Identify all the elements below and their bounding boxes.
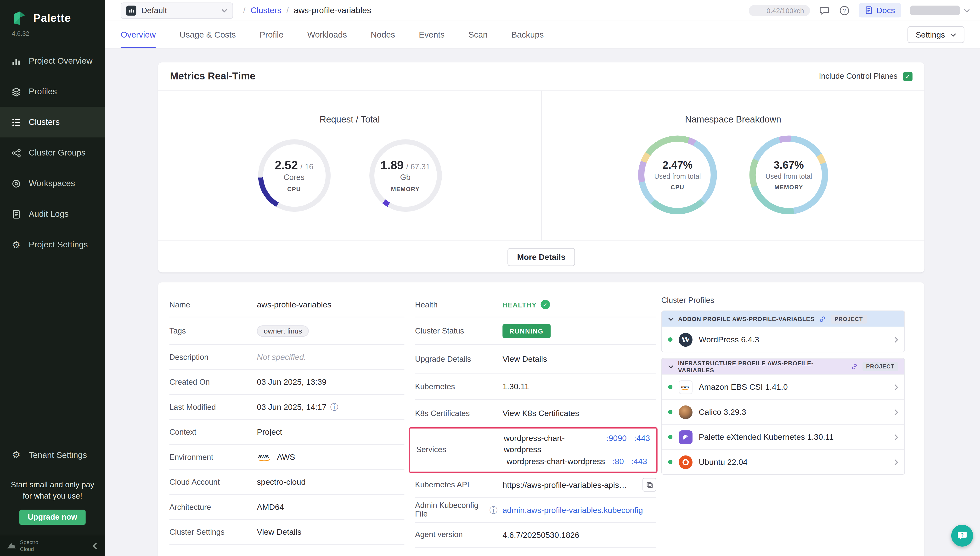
- settings-dropdown-button[interactable]: Settings: [907, 26, 964, 43]
- cluster-settings-view-details-link[interactable]: View Details: [257, 527, 404, 537]
- request-total-title: Request / Total: [319, 114, 380, 124]
- service-port-link[interactable]: :443: [634, 433, 650, 454]
- sidebar-item-label: Tenant Settings: [29, 450, 87, 460]
- tab-profile[interactable]: Profile: [259, 21, 283, 48]
- usage-quota-pill: 0.42/100kch: [749, 5, 810, 16]
- service-row: wordpress-chart-wordpress :80 :443: [507, 456, 647, 467]
- support-chat-fab[interactable]: ?: [951, 525, 973, 546]
- detail-row-created-on: Created On 03 Jun 2025, 13:39: [170, 370, 405, 395]
- sidebar-item-audit-logs[interactable]: Audit Logs: [0, 199, 105, 229]
- gear-icon: ⚙: [11, 450, 21, 460]
- tab-scan[interactable]: Scan: [468, 21, 488, 48]
- upgrade-now-button[interactable]: Upgrade now: [19, 510, 86, 525]
- service-port-link[interactable]: :443: [631, 456, 647, 467]
- sidebar-item-workspaces[interactable]: Workspaces: [0, 168, 105, 199]
- gear-icon: ⚙: [11, 239, 21, 249]
- chat-icon[interactable]: [819, 5, 830, 16]
- infrastructure-profile-group: INFRASTRUCTURE PROFILE AWS-PROFILE-VARIA…: [661, 358, 905, 475]
- sidebar-item-cluster-groups[interactable]: Cluster Groups: [0, 137, 105, 168]
- status-dot: [668, 337, 672, 342]
- sidebar-item-project-overview[interactable]: Project Overview: [0, 46, 105, 76]
- palette-logo-icon: [11, 10, 28, 26]
- details-left-column: Name aws-profile-variables Tags owner: l…: [170, 293, 405, 556]
- detail-row-context: Context Project: [170, 420, 405, 445]
- project-selector[interactable]: Default: [121, 2, 233, 18]
- status-dot: [668, 435, 672, 439]
- tab-events[interactable]: Events: [419, 21, 445, 48]
- status-dot: [668, 460, 672, 464]
- tab-workloads[interactable]: Workloads: [307, 21, 347, 48]
- breadcrumb-clusters-link[interactable]: Clusters: [250, 5, 281, 15]
- bar-chart-icon: [11, 56, 21, 66]
- tab-overview[interactable]: Overview: [121, 21, 156, 48]
- info-icon[interactable]: ⓘ: [330, 403, 338, 411]
- docs-icon: [865, 6, 873, 15]
- profile-layer-amazon-ebs-csi[interactable]: aws Amazon EBS CSI 1.41.0: [662, 374, 904, 399]
- user-menu[interactable]: [910, 5, 970, 15]
- cluster-profiles-title: Cluster Profiles: [661, 296, 905, 305]
- kubeconfig-download-link[interactable]: admin.aws-profile-variables.kubeconfig: [502, 505, 643, 514]
- profile-layer-palette-extended-kubernetes[interactable]: Palette eXtended Kubernetes 1.30.11: [662, 424, 904, 449]
- chevron-down-icon: [950, 33, 956, 37]
- sidebar-item-clusters[interactable]: Clusters: [0, 107, 105, 137]
- include-control-planes-checkbox[interactable]: ✓: [903, 71, 912, 81]
- sidebar: Palette 4.6.32 Project Overview Profiles…: [0, 0, 105, 556]
- namespace-breakdown-title: Namespace Breakdown: [685, 114, 781, 124]
- metrics-realtime-card: Metrics Real-Time Include Control Planes…: [158, 63, 925, 272]
- chevron-down-icon: [668, 365, 674, 369]
- namespace-breakdown-panel: Namespace Breakdown 2.47% Used from tota…: [541, 91, 925, 241]
- tab-backups[interactable]: Backups: [511, 21, 544, 48]
- profile-layer-wordpress[interactable]: W WordPress 6.4.3: [662, 327, 904, 352]
- sidebar-item-profiles[interactable]: Profiles: [0, 76, 105, 107]
- sidebar-item-label: Cluster Groups: [29, 148, 86, 157]
- chevron-down-icon: [221, 8, 227, 12]
- breadcrumb: / Clusters / aws-profile-variables: [243, 5, 371, 15]
- tab-nodes[interactable]: Nodes: [371, 21, 395, 48]
- profile-layer-ubuntu[interactable]: Ubuntu 22.04: [662, 449, 904, 474]
- memory-request-gauge: 1.89 / 67.31 Gb MEMORY: [369, 139, 442, 212]
- help-icon[interactable]: ?: [839, 5, 850, 16]
- addon-profile-header[interactable]: ADDON PROFILE AWS-PROFILE-VARIABLES PROJ…: [662, 311, 904, 326]
- link-icon[interactable]: [819, 315, 826, 323]
- sidebar-item-label: Audit Logs: [29, 209, 69, 219]
- tab-usage-costs[interactable]: Usage & Costs: [180, 21, 236, 48]
- palette-logo: Palette: [0, 0, 105, 29]
- detail-row-kubernetes-api: Kubernetes API https://aws-profile-varia…: [415, 472, 656, 498]
- app-version: 4.6.32: [0, 29, 105, 45]
- calico-logo: [679, 405, 693, 419]
- clusters-list-icon: [11, 117, 21, 127]
- health-status-text: HEALTHY: [502, 301, 537, 308]
- profile-layer-calico[interactable]: Calico 3.29.3: [662, 399, 904, 424]
- infrastructure-profile-header[interactable]: INFRASTRUCTURE PROFILE AWS-PROFILE-VARIA…: [662, 359, 904, 374]
- collapse-sidebar-icon[interactable]: [92, 542, 97, 549]
- sidebar-item-tenant-settings[interactable]: ⚙ Tenant Settings: [0, 440, 105, 470]
- more-details-button[interactable]: More Details: [508, 247, 575, 266]
- detail-row-upgrade-details: Upgrade Details View Details: [415, 345, 656, 373]
- detail-row-name: Name aws-profile-variables: [170, 293, 405, 317]
- sidebar-item-project-settings[interactable]: ⚙ Project Settings: [0, 229, 105, 260]
- detail-row-services-annotated: Services wordpress-chart-wordpress :9090…: [409, 427, 658, 472]
- docs-button[interactable]: Docs: [859, 3, 901, 18]
- target-icon: [11, 178, 21, 188]
- upgrade-view-details-link[interactable]: View Details: [502, 354, 656, 364]
- detail-row-architecture: Architecture AMD64: [170, 495, 405, 520]
- cluster-details-card: Name aws-profile-variables Tags owner: l…: [158, 282, 925, 556]
- chevron-right-icon: [894, 336, 898, 343]
- copy-icon[interactable]: [643, 478, 656, 491]
- service-row: wordpress-chart-wordpress :9090 :443: [504, 433, 650, 454]
- svg-text:?: ?: [843, 7, 846, 13]
- detail-row-tags: Tags owner: linus: [170, 317, 405, 345]
- service-port-link[interactable]: :9090: [606, 433, 627, 454]
- project-scope-badge: PROJECT: [831, 315, 867, 323]
- detail-row-cluster-settings: Cluster Settings View Details: [170, 520, 405, 545]
- memory-namespace-donut: 3.67% Used from total MEMORY: [750, 136, 828, 214]
- aws-logo: aws: [257, 452, 273, 462]
- view-k8s-certificates-link[interactable]: View K8s Certificates: [502, 409, 656, 418]
- service-port-link[interactable]: :80: [612, 456, 624, 467]
- nodes-icon: [11, 148, 21, 158]
- link-icon[interactable]: [850, 363, 858, 370]
- svg-text:aws: aws: [681, 384, 689, 389]
- project-scope-badge: PROJECT: [862, 362, 898, 371]
- info-icon[interactable]: ⓘ: [489, 506, 497, 514]
- detail-row-agent-version: Agent version 4.6.7/20250530.1826: [415, 522, 656, 547]
